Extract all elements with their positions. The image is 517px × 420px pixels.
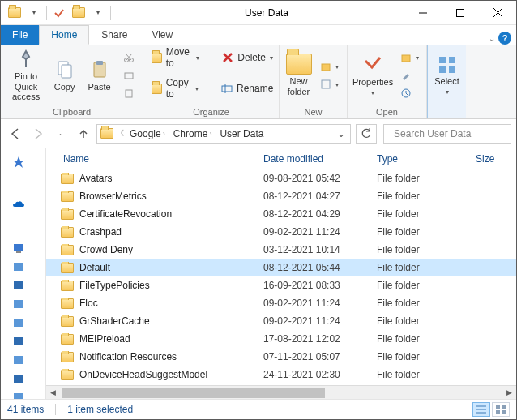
table-row[interactable]: BrowserMetrics08-12-2021 04:27File folde… <box>46 187 516 205</box>
move-to-button[interactable]: Move to ▾ <box>148 49 203 66</box>
qat-folder-icon[interactable] <box>70 4 88 22</box>
navpane-item[interactable] <box>12 332 38 350</box>
qat-properties-icon[interactable] <box>50 4 68 22</box>
content-area: Name Date modified Type Size Avatars09-0… <box>1 148 516 400</box>
file-name: CertificateRevocation <box>79 208 172 220</box>
scroll-right-icon[interactable]: ▶ <box>502 386 516 400</box>
copy-to-button[interactable]: Copy to ▾ <box>148 80 202 96</box>
history-button[interactable] <box>397 85 422 101</box>
group-open-label: Open <box>348 106 426 118</box>
refresh-button[interactable] <box>356 124 377 144</box>
delete-button[interactable]: Delete ▾ <box>219 49 276 66</box>
file-name: GrShaderCache <box>79 315 150 327</box>
properties-button[interactable]: Properties ▾ <box>352 48 393 103</box>
up-button[interactable] <box>74 124 93 144</box>
minimize-button[interactable] <box>404 1 442 25</box>
copy-button[interactable]: Copy <box>48 48 81 103</box>
copy-path-button[interactable] <box>120 67 138 84</box>
qat-dropdown-1[interactable]: ▾ <box>25 4 43 22</box>
window-controls <box>404 1 516 25</box>
forward-button[interactable] <box>28 124 48 144</box>
table-row[interactable]: Avatars09-08-2021 05:42File folder <box>46 169 516 187</box>
navpane-item[interactable] <box>12 257 38 276</box>
details-view-button[interactable] <box>472 402 490 417</box>
file-date: 09-02-2021 11:24 <box>255 226 369 238</box>
tab-share[interactable]: Share <box>89 25 139 45</box>
help-icon[interactable]: ? <box>498 32 511 45</box>
qat-separator-2 <box>110 6 111 20</box>
col-type[interactable]: Type <box>369 148 468 169</box>
open-button[interactable]: ▾ <box>397 49 422 66</box>
col-size[interactable]: Size <box>468 148 516 169</box>
tab-file[interactable]: File <box>1 25 39 45</box>
table-row[interactable]: FileTypePolicies16-09-2021 08:33File fol… <box>46 276 516 294</box>
icons-view-button[interactable] <box>492 402 510 417</box>
search-box[interactable] <box>383 124 511 144</box>
file-name: Floc <box>79 298 98 309</box>
cut-button[interactable] <box>120 49 138 66</box>
navpane-item[interactable] <box>12 313 38 332</box>
select-button[interactable]: Select ▾ <box>433 48 461 103</box>
ribbon-collapse-icon[interactable]: ⌄ <box>489 34 495 43</box>
recent-dropdown[interactable]: ⌄ <box>51 124 70 144</box>
folder-icon <box>61 227 74 238</box>
svg-rect-35 <box>14 356 24 364</box>
new-item-button[interactable]: ▾ <box>317 58 342 75</box>
table-row[interactable]: CertificateRevocation08-12-2021 04:29Fil… <box>46 205 516 223</box>
tab-home[interactable]: Home <box>39 25 89 45</box>
breadcrumb[interactable]: Google› <box>127 128 168 139</box>
scroll-left-icon[interactable]: ◀ <box>46 386 60 400</box>
pin-to-quick-access-button[interactable]: Pin to Quick access <box>6 48 46 103</box>
chevron-right-icon[interactable]: 《 <box>117 128 124 139</box>
address-bar[interactable]: 《 Google› Chrome› User Data ⌄ <box>96 124 351 144</box>
file-date: 08-12-2021 05:44 <box>255 262 369 273</box>
horizontal-scrollbar[interactable]: ◀ ▶ <box>46 385 516 399</box>
file-date: 07-11-2021 05:07 <box>255 351 369 362</box>
file-rows[interactable]: Avatars09-08-2021 05:42File folderBrowse… <box>46 169 516 385</box>
navpane-item[interactable] <box>12 294 38 313</box>
file-type: File folder <box>369 226 468 238</box>
ribbon-tabs: File Home Share View ⌄ ? <box>1 25 516 45</box>
navpane-onedrive[interactable] <box>12 195 38 214</box>
table-row[interactable]: Crashpad09-02-2021 11:24File folder <box>46 223 516 241</box>
paste-button[interactable]: Paste <box>83 48 116 103</box>
rename-button[interactable]: Rename <box>218 80 276 96</box>
navpane-item[interactable] <box>12 369 38 388</box>
navpane-item[interactable] <box>12 388 38 399</box>
col-name[interactable]: Name <box>46 148 255 169</box>
col-date[interactable]: Date modified <box>255 148 369 169</box>
navpane-item[interactable] <box>12 350 38 369</box>
easy-access-button[interactable]: ▾ <box>317 76 342 92</box>
table-row[interactable]: GrShaderCache09-02-2021 11:24File folder <box>46 312 516 330</box>
file-date: 09-02-2021 11:24 <box>255 315 369 327</box>
edit-button[interactable] <box>397 67 422 84</box>
paste-shortcut-button[interactable] <box>120 85 138 101</box>
navpane-item[interactable] <box>12 276 38 294</box>
table-row[interactable]: OnDeviceHeadSuggestModel24-11-2021 02:30… <box>46 366 516 384</box>
file-type: File folder <box>369 191 468 202</box>
folder-icon <box>61 370 74 380</box>
close-button[interactable] <box>479 1 516 25</box>
group-clipboard-label: Clipboard <box>1 106 143 118</box>
breadcrumb[interactable]: User Data <box>217 128 266 139</box>
table-row[interactable]: Notification Resources07-11-2021 05:07Fi… <box>46 348 516 366</box>
table-row[interactable]: Default08-12-2021 05:44File folder <box>46 259 516 276</box>
navpane-this-pc[interactable] <box>12 238 38 257</box>
table-row[interactable]: Crowd Deny03-12-2021 10:14File folder <box>46 241 516 259</box>
tab-view[interactable]: View <box>139 25 185 45</box>
table-row[interactable]: MEIPreload17-08-2021 12:02File folder <box>46 330 516 348</box>
new-folder-button[interactable]: New folder <box>284 48 313 103</box>
navpane-quick-access[interactable] <box>12 152 38 171</box>
svg-rect-13 <box>126 90 132 97</box>
address-dropdown[interactable]: ⌄ <box>334 128 348 139</box>
breadcrumb[interactable]: Chrome› <box>171 128 215 139</box>
search-input[interactable] <box>394 128 515 139</box>
svg-rect-44 <box>502 410 506 414</box>
navigation-pane[interactable] <box>1 148 46 399</box>
maximize-button[interactable] <box>442 1 479 25</box>
table-row[interactable]: Floc09-02-2021 11:24File folder <box>46 294 516 312</box>
back-button[interactable] <box>6 124 25 144</box>
folder-icon <box>152 53 162 63</box>
qat-dropdown-2[interactable]: ▾ <box>89 4 107 22</box>
scroll-thumb[interactable] <box>62 388 325 398</box>
